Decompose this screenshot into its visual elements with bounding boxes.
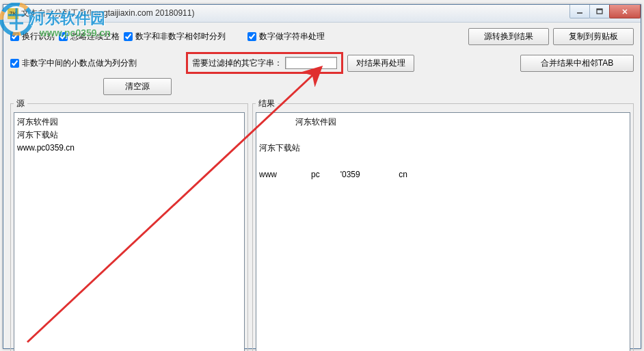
window-controls — [570, 5, 641, 18]
options-row-1: 换行识别 忽略连续空格 数字和非数字相邻时分列 数字做字符串处理 源转换到结果 … — [10, 28, 634, 45]
cb-digit-as-string[interactable]: 数字做字符串处理 — [247, 31, 325, 42]
app-icon: 7K — [8, 8, 18, 19]
cb-decimal-split-label: 非数字中间的小数点做为列分割 — [22, 57, 137, 69]
cb-newline-detect-label: 换行识别 — [22, 31, 55, 42]
cb-ignore-spaces-label: 忽略连续空格 — [70, 31, 120, 42]
options-row-3: 清空源 — [10, 78, 634, 95]
minimize-button[interactable] — [569, 5, 590, 18]
close-button[interactable] — [609, 5, 641, 18]
cb-ignore-spaces-input[interactable] — [59, 32, 68, 41]
options-row-2: 非数字中间的小数点做为列分割 需要过滤掉的其它字串： 对结果再处理 合并结果中相… — [10, 52, 634, 74]
cb-digit-split-input[interactable] — [124, 32, 133, 41]
cb-newline-detect-input[interactable] — [10, 32, 19, 41]
result-fieldset: 结果 — [252, 98, 634, 351]
convert-button[interactable]: 源转换到结果 — [468, 28, 549, 45]
cb-digit-as-string-label: 数字做字符串处理 — [259, 31, 325, 42]
app-window: 7K 文本自动分列工具(hengtaijiaxin.com 20180911) … — [3, 4, 641, 349]
result-legend: 结果 — [256, 98, 278, 109]
reprocess-button[interactable]: 对结果再处理 — [347, 55, 414, 72]
cb-digit-split-label: 数字和非数字相邻时分列 — [135, 31, 226, 42]
merge-tab-button[interactable]: 合并结果中相邻TAB — [520, 55, 634, 72]
titlebar: 7K 文本自动分列工具(hengtaijiaxin.com 20180911) — [3, 5, 641, 23]
copy-clipboard-button[interactable]: 复制到剪贴板 — [553, 28, 634, 45]
cb-digit-as-string-input[interactable] — [247, 32, 256, 41]
clear-source-button[interactable]: 清空源 — [103, 78, 172, 95]
maximize-button[interactable] — [589, 5, 610, 18]
cb-decimal-split-input[interactable] — [10, 59, 19, 68]
source-fieldset: 源 — [10, 98, 248, 351]
panels-container: 源 结果 — [10, 98, 634, 351]
window-title: 文本自动分列工具(hengtaijiaxin.com 20180911) — [21, 8, 194, 19]
filter-group-highlight: 需要过滤掉的其它字串： — [186, 52, 343, 74]
filter-input[interactable] — [285, 57, 337, 69]
source-textarea[interactable] — [14, 112, 245, 351]
result-textarea[interactable] — [256, 112, 630, 351]
filter-label: 需要过滤掉的其它字串： — [192, 57, 282, 69]
cb-ignore-spaces[interactable]: 忽略连续空格 — [59, 31, 120, 42]
cb-digit-split[interactable]: 数字和非数字相邻时分列 — [124, 31, 226, 42]
source-legend: 源 — [14, 98, 27, 109]
content-area: 换行识别 忽略连续空格 数字和非数字相邻时分列 数字做字符串处理 源转换到结果 … — [3, 23, 641, 351]
cb-decimal-split[interactable]: 非数字中间的小数点做为列分割 — [10, 57, 137, 69]
cb-newline-detect[interactable]: 换行识别 — [10, 31, 55, 42]
